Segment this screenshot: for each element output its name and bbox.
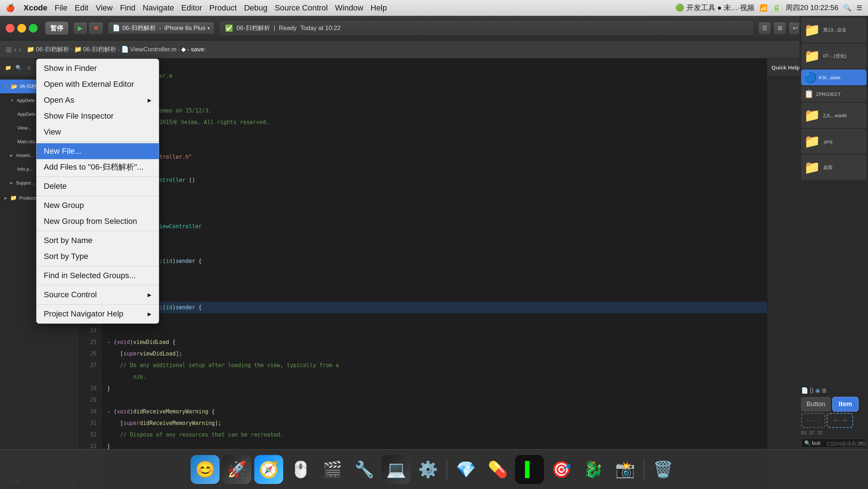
menu-xcode[interactable]: Xcode [24,3,47,13]
ctx-delete[interactable]: Delete [37,178,159,194]
ctx-find-groups[interactable]: Find in Selected Groups... [37,268,159,284]
ctx-view[interactable]: View [37,124,159,140]
code-line-27: // Do any additional setup after loading… [107,360,767,371]
menu-file[interactable]: File [55,3,67,13]
menu-editor[interactable]: Editor [181,3,202,13]
dock-terminal[interactable]: ▌ [515,455,544,484]
toolbar-btn-1[interactable]: ☰ [758,22,771,35]
dock-safari[interactable]: 🧭 [254,455,283,484]
folder-1-label: 第13...业业 [823,27,846,33]
ctx-new-file[interactable]: New File... [37,143,159,159]
disc-icon: ▶ [10,153,13,157]
dock-trash[interactable]: 🗑️ [648,455,677,484]
sidebar-folder-icon-btn[interactable]: 📁 [4,63,12,73]
code-editor: 11 13 15 17 18 19 20 21 22 23 24 25 26 2… [80,59,767,489]
dock-tools[interactable]: 🔧 [350,455,379,484]
item-component[interactable]: Item [832,397,859,412]
ib-tab-ib[interactable]: ◉ [815,387,820,394]
ctx-open-external[interactable]: Open with External Editor [37,76,159,92]
menu-edit[interactable]: Edit [75,3,88,13]
code-line-18: - (IBAction)save:(id)sender { [107,255,767,267]
ib-tab-grid[interactable]: ⊞ [822,387,826,394]
right-folder-5[interactable]: 📁 .proj [801,129,867,154]
right-folder-4[interactable]: 📁 ZJL...eta48 [801,103,867,128]
right-folder-1[interactable]: 📁 第13...业业 [801,17,867,43]
run-button[interactable]: ▶ [73,22,88,35]
dock-app1[interactable]: 💊 [483,455,512,484]
right-folder-2[interactable]: 📁 07-...(优化) [801,43,867,69]
code-content[interactable]: // // ViewController.m // 06-归档解析 // // … [101,59,767,489]
menu-view[interactable]: View [95,3,112,13]
scheme-sep: › [159,26,161,31]
app3-icon: 🐉 [583,460,603,479]
ctx-nav-help[interactable]: Project Navigator Help [37,306,159,322]
sidebar-warning-btn[interactable]: ⚠ [25,63,33,73]
button-component[interactable]: Button [801,397,831,411]
maximize-button[interactable] [29,24,38,33]
ctx-sort-name[interactable]: Sort by Name [37,233,159,248]
settings-icon: ⚙️ [418,460,438,479]
toolbar-btn-2[interactable]: ⊞ [773,22,786,35]
right-xcode-item[interactable]: 🔵 KSI...aster [801,69,867,85]
code-line-29 [107,394,767,406]
menu-product[interactable]: Product [209,3,237,13]
folder-2-icon: 📁 [804,48,820,64]
dock-mouse[interactable]: 🖱️ [286,455,315,484]
nav-back-button[interactable]: ‹ [14,45,17,54]
breadcrumb-folder[interactable]: 📁 06-归档解析 [74,45,117,54]
right-folder-6[interactable]: 📁 桌面 [801,155,867,180]
breadcrumb-method[interactable]: ◆ - save: [181,46,206,53]
pause-button[interactable]: 暂停 [45,21,69,35]
menubar-control[interactable]: ☰ [856,4,862,12]
ib-tab-code[interactable]: {} [810,387,814,394]
folder2-icon: 📁 [74,46,82,53]
code-line-1: // [107,59,767,70]
ctx-show-inspector[interactable]: Show File Inspector [37,108,159,124]
menu-window[interactable]: Window [335,3,363,13]
dock-launchpad[interactable]: 🚀 [222,455,251,484]
minimize-button[interactable] [17,24,26,33]
ctx-new-group-selection[interactable]: New Group from Selection [37,213,159,229]
menu-help[interactable]: Help [371,3,387,13]
menubar-search[interactable]: 🔍 [843,4,851,12]
code-line-31: [super didReceiveMemoryWarning]; [107,417,767,429]
dock-app2[interactable]: 🎯 [547,455,576,484]
right-proj-item[interactable]: 📋 ZPROJECT [801,86,867,102]
apple-logo[interactable]: 🍎 [6,4,15,12]
scheme-selector[interactable]: 📄 06-归档解析 › iPhone 6s Plus ▾ [108,22,214,34]
code-line-28: } [107,383,767,394]
ctx-add-files[interactable]: Add Files to "06-归档解析"... [37,159,159,175]
dock-media[interactable]: 🎬 [318,455,347,484]
menu-navigate[interactable]: Navigate [143,3,174,13]
ctx-new-group[interactable]: New Group [37,197,159,213]
dashed-component[interactable]: · · · · [801,413,825,428]
nav-forward-button[interactable]: › [19,45,21,54]
menu-find[interactable]: Find [120,3,136,13]
dock-app3[interactable]: 🐉 [579,455,608,484]
ctx-sep-5 [37,266,159,266]
scheme-label: 06-归档解析 [122,24,156,32]
close-button[interactable] [6,24,14,33]
breadcrumb-file[interactable]: 📄 ViewController.m [121,46,176,53]
dock-finder[interactable]: 😊 [191,455,220,484]
terminal-icon: ▌ [525,461,534,478]
dock-xcode[interactable]: 💻 [382,455,410,484]
right-folder-panel: 📁 第13...业业 📁 07-...(优化) 🔵 KSI...aster 📋 … [799,16,868,449]
ib-tab-file[interactable]: 📄 [801,387,808,394]
ctx-open-as[interactable]: Open As [37,92,159,108]
breadcrumb-root[interactable]: 📁 06-归档解析 [27,45,69,54]
menu-debug[interactable]: Debug [244,3,268,13]
ctx-source-control[interactable]: Source Control [37,287,159,303]
dock-sketch[interactable]: 💎 [451,455,480,484]
filter-input[interactable]: butt [812,440,820,446]
folder-icon: 📁 [27,46,34,53]
ctx-sort-type[interactable]: Sort by Type [37,248,159,264]
ctx-show-in-finder[interactable]: Show in Finder [37,60,159,76]
nav-panel-toggle[interactable]: ⊞ [6,45,12,54]
stop-button[interactable]: ■ [89,22,103,35]
menu-source-control[interactable]: Source Control [275,3,328,13]
arrow-component[interactable]: ← → [827,413,853,428]
sidebar-search-btn[interactable]: 🔍 [15,63,22,73]
dock-settings[interactable]: ⚙️ [413,455,442,484]
dock-photos[interactable]: 📸 [610,455,639,484]
